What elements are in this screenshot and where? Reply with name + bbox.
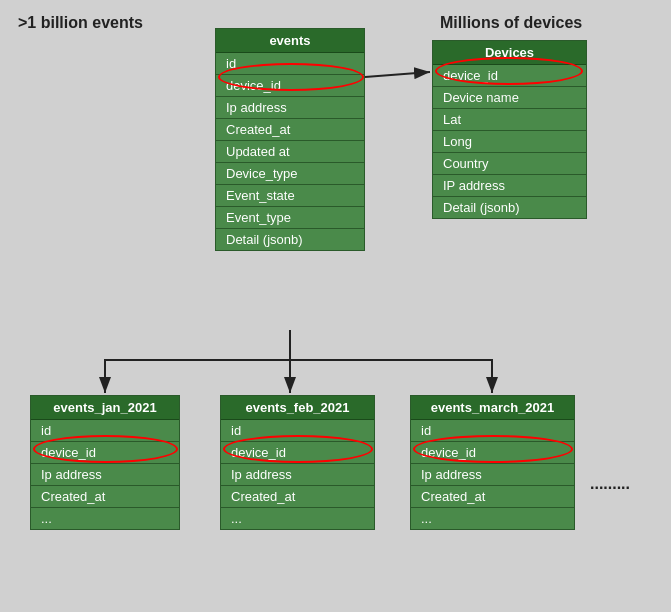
events-row-device-type: Device_type bbox=[216, 163, 364, 185]
devices-row-detail: Detail (jsonb) bbox=[433, 197, 586, 218]
devices-table: Devices device_id Device name Lat Long C… bbox=[432, 40, 587, 219]
diagram-container: >1 billion events Millions of devices ev… bbox=[0, 0, 671, 612]
events-jan-row-ip: Ip address bbox=[31, 464, 179, 486]
events-march-table: events_march_2021 id device_id Ip addres… bbox=[410, 395, 575, 530]
events-march-row-ip: Ip address bbox=[411, 464, 574, 486]
devices-row-long: Long bbox=[433, 131, 586, 153]
millions-devices-label: Millions of devices bbox=[440, 14, 582, 32]
events-march-row-created: Created_at bbox=[411, 486, 574, 508]
events-row-created: Created_at bbox=[216, 119, 364, 141]
events-row-id: id bbox=[216, 53, 364, 75]
svg-line-1 bbox=[365, 72, 430, 77]
devices-row-device-id: device_id bbox=[433, 65, 586, 87]
devices-row-name: Device name bbox=[433, 87, 586, 109]
events-row-device-id: device_id bbox=[216, 75, 364, 97]
devices-row-country: Country bbox=[433, 153, 586, 175]
events-jan-row-ellipsis: ... bbox=[31, 508, 179, 529]
devices-row-lat: Lat bbox=[433, 109, 586, 131]
events-march-row-device-id: device_id bbox=[411, 442, 574, 464]
events-feb-row-id: id bbox=[221, 420, 374, 442]
events-row-updated: Updated at bbox=[216, 141, 364, 163]
events-jan-row-id: id bbox=[31, 420, 179, 442]
events-march-row-ellipsis: ... bbox=[411, 508, 574, 529]
events-row-event-state: Event_state bbox=[216, 185, 364, 207]
events-feb-row-ellipsis: ... bbox=[221, 508, 374, 529]
events-feb-row-created: Created_at bbox=[221, 486, 374, 508]
devices-table-header: Devices bbox=[433, 41, 586, 65]
events-march-header: events_march_2021 bbox=[411, 396, 574, 420]
events-feb-table: events_feb_2021 id device_id Ip address … bbox=[220, 395, 375, 530]
ellipsis-label: ......... bbox=[590, 475, 630, 493]
billion-events-label: >1 billion events bbox=[18, 14, 143, 32]
events-feb-row-device-id: device_id bbox=[221, 442, 374, 464]
events-jan-header: events_jan_2021 bbox=[31, 396, 179, 420]
events-jan-table: events_jan_2021 id device_id Ip address … bbox=[30, 395, 180, 530]
events-march-row-id: id bbox=[411, 420, 574, 442]
events-row-event-type: Event_type bbox=[216, 207, 364, 229]
events-table-header: events bbox=[216, 29, 364, 53]
events-jan-row-created: Created_at bbox=[31, 486, 179, 508]
events-feb-header: events_feb_2021 bbox=[221, 396, 374, 420]
events-jan-row-device-id: device_id bbox=[31, 442, 179, 464]
events-row-detail: Detail (jsonb) bbox=[216, 229, 364, 250]
devices-row-ip: IP address bbox=[433, 175, 586, 197]
events-row-ip: Ip address bbox=[216, 97, 364, 119]
events-table: events id device_id Ip address Created_a… bbox=[215, 28, 365, 251]
events-feb-row-ip: Ip address bbox=[221, 464, 374, 486]
